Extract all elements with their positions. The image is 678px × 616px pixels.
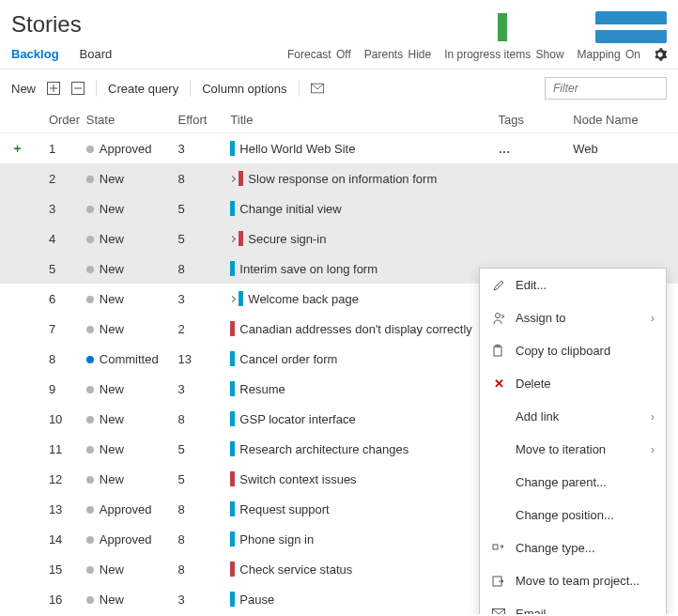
svg-rect-7 — [493, 545, 498, 549]
col-order[interactable]: Order — [49, 113, 86, 127]
row-actions-icon[interactable]: … — [499, 142, 512, 156]
cell-order: 11 — [49, 442, 86, 456]
cell-state: New — [86, 292, 178, 306]
menu-change-position[interactable]: Change position... — [480, 499, 666, 531]
cell-tags: … — [499, 142, 574, 156]
cell-title[interactable]: Hello World Web Site — [230, 141, 498, 157]
menu-change-type[interactable]: Change type... — [480, 531, 666, 564]
cell-order: 5 — [49, 262, 86, 276]
cell-title[interactable]: Slow response on information form — [230, 171, 498, 187]
page-title: Stories — [11, 11, 82, 38]
col-title[interactable]: Title — [230, 113, 498, 127]
filter-input[interactable] — [545, 77, 667, 100]
inprogress-toggle[interactable]: In progress items Show — [444, 48, 563, 61]
new-button[interactable]: New — [11, 82, 36, 96]
cell-order: 3 — [49, 202, 86, 216]
cell-effort: 8 — [178, 172, 231, 186]
cell-state: New — [86, 262, 178, 276]
chevron-right-icon[interactable] — [229, 176, 236, 182]
tab-board[interactable]: Board — [80, 47, 113, 61]
person-icon — [491, 312, 506, 325]
tab-backlog[interactable]: Backlog — [11, 47, 59, 61]
cell-effort: 8 — [178, 502, 231, 516]
cell-state: New — [86, 472, 178, 486]
menu-delete[interactable]: ✕ Delete — [480, 367, 666, 400]
cell-title[interactable]: Change initial view — [230, 201, 498, 217]
col-state[interactable]: State — [86, 113, 178, 127]
cell-effort: 13 — [178, 352, 231, 366]
clipboard-icon — [491, 345, 506, 358]
col-effort[interactable]: Effort — [178, 113, 231, 127]
chevron-right-icon[interactable] — [229, 296, 236, 302]
close-icon: ✕ — [491, 377, 506, 391]
cell-state: New — [86, 232, 178, 246]
filter-field[interactable] — [551, 81, 678, 96]
cell-title[interactable]: Pause — [230, 592, 498, 608]
cell-title[interactable]: Welcome back page — [230, 291, 498, 307]
create-query-button[interactable]: Create query — [108, 82, 178, 96]
email-icon[interactable] — [311, 82, 324, 95]
menu-move-iteration[interactable]: Move to iteration › — [480, 433, 666, 466]
menu-change-parent[interactable]: Change parent... — [480, 466, 666, 499]
cell-order: 2 — [49, 172, 86, 186]
cell-order: 12 — [49, 472, 86, 486]
remove-item-icon[interactable] — [71, 82, 85, 95]
column-options-button[interactable]: Column options — [202, 82, 286, 96]
cell-order: 15 — [49, 562, 86, 577]
table-row[interactable]: 2New8Slow response on information form — [0, 163, 678, 193]
table-row[interactable]: 3New5Change initial view — [0, 193, 678, 223]
cell-state: New — [86, 382, 178, 396]
cell-state: New — [86, 202, 178, 216]
table-row[interactable]: ＋1Approved3Hello World Web Site…Web — [0, 133, 678, 163]
cell-title[interactable]: Phone sign in — [230, 531, 498, 547]
cell-title[interactable]: Interim save on long form — [230, 261, 498, 277]
mapping-toggle[interactable]: Mapping On — [578, 48, 640, 61]
cell-title[interactable]: Secure sign-in — [230, 231, 498, 247]
forecast-toggle[interactable]: Forecast Off — [287, 48, 351, 61]
add-item-icon[interactable] — [47, 82, 60, 95]
email-icon — [491, 608, 506, 614]
menu-email[interactable]: Email... — [480, 597, 666, 614]
menu-assign-to[interactable]: Assign to › — [480, 301, 666, 334]
add-row-icon[interactable]: ＋ — [11, 140, 49, 157]
cell-state: New — [86, 412, 178, 426]
cell-title[interactable]: Check service status — [230, 562, 498, 578]
cell-title[interactable]: Canadian addresses don't display correct… — [230, 321, 498, 337]
cell-title[interactable]: Cancel order form — [230, 351, 498, 367]
parents-toggle[interactable]: Parents Hide — [364, 48, 431, 61]
col-node[interactable]: Node Name — [573, 113, 667, 127]
cell-title[interactable]: Request support — [230, 501, 498, 517]
cell-title[interactable]: Switch context issues — [230, 471, 498, 487]
table-header: Order State Effort Title Tags Node Name — [0, 107, 678, 133]
cell-effort: 8 — [178, 562, 231, 577]
table-row[interactable]: 4New5Secure sign-in — [0, 223, 678, 254]
cell-title[interactable]: Research architecture changes — [230, 441, 498, 457]
chevron-right-icon[interactable] — [229, 236, 236, 242]
menu-add-link[interactable]: Add link › — [480, 400, 666, 433]
menu-copy[interactable]: Copy to clipboard — [480, 334, 666, 367]
cell-effort: 3 — [178, 593, 231, 607]
chevron-right-icon: › — [651, 409, 655, 424]
cell-effort: 5 — [178, 202, 231, 216]
context-menu: Edit... Assign to › Copy to clipboard ✕ … — [479, 268, 667, 614]
cell-order: 8 — [49, 352, 86, 366]
cell-order: 10 — [49, 412, 86, 426]
cell-state: Committed — [86, 352, 178, 366]
cell-effort: 8 — [178, 262, 231, 276]
chevron-right-icon: › — [651, 311, 655, 325]
gear-icon[interactable] — [654, 48, 667, 61]
cell-effort: 5 — [178, 472, 231, 486]
pencil-icon — [491, 279, 506, 292]
cell-state: Approved — [86, 142, 178, 156]
menu-edit[interactable]: Edit... — [480, 269, 666, 301]
cell-state: New — [86, 593, 178, 607]
cell-title[interactable]: GSP locator interface — [230, 411, 498, 427]
cell-state: New — [86, 322, 178, 336]
menu-move-team-project[interactable]: Move to team project... — [480, 564, 666, 597]
col-tags[interactable]: Tags — [499, 113, 574, 127]
header-logo — [498, 11, 667, 43]
cell-effort: 2 — [178, 322, 231, 336]
cell-effort: 3 — [178, 142, 231, 156]
cell-title[interactable]: Resume — [230, 381, 498, 397]
cell-order: 7 — [49, 322, 86, 336]
